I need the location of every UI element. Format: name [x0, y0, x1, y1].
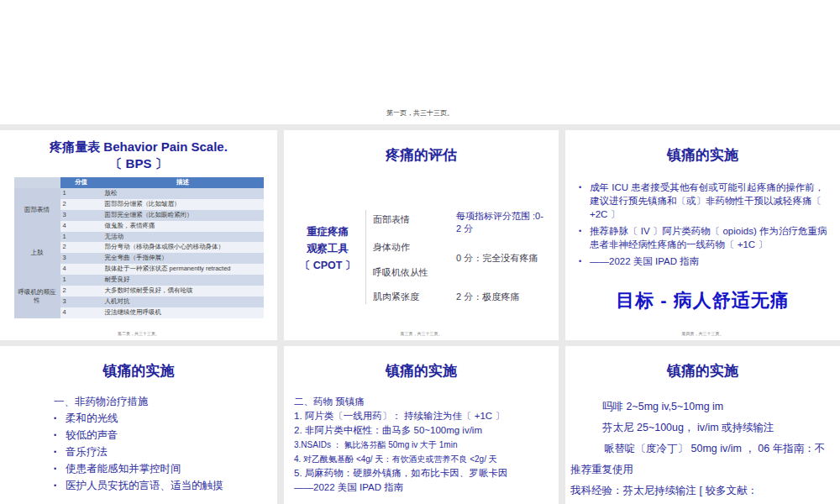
vertical-divider: [365, 210, 366, 304]
text-line: 2. 非阿片类中枢性：曲马多 50~100mg iv/im: [294, 423, 553, 438]
bullet-text: 音乐疗法: [66, 444, 264, 460]
table-score-cell: 1: [60, 232, 102, 243]
cpot-tool-line1: 重症疼痛: [291, 223, 365, 240]
table-header-row: 分值 描述: [14, 177, 264, 188]
cpot-tool-line3: 〔 CPOT 〕: [291, 257, 365, 274]
text-line: 二、药物 预镇痛: [294, 395, 553, 409]
table-score-cell: 1: [60, 275, 102, 286]
slide-thumbnail-drug-analgesia[interactable]: 镇痛的实施 二、药物 预镇痛 1. 阿片类〔一线用药〕： 持续输注为佳〔 +1C…: [284, 346, 559, 504]
text-line: 芬太尼 25~100ug， iv/im 或持续输注: [570, 417, 832, 438]
bullet-icon: •: [54, 427, 66, 444]
slide-thumbnail-opioid-dosing[interactable]: 镇痛的实施 吗啡 2~5mg iv,5~10mg im 芬太尼 25~100ug…: [565, 346, 840, 504]
bullet-item: • 较低的声音: [54, 427, 264, 444]
slide-thumbnail-title-page[interactable]: 第一页，共三十三页。: [0, 0, 840, 124]
text-line: 吗啡 2~5mg iv,5~10mg im: [570, 396, 832, 417]
slide-thumbnail-bps-scale[interactable]: 疼痛量表 Behavior Pain Scale. 〔 BPS 〕 分值 描述 …: [0, 130, 277, 340]
table-category-cell: 面部表情: [14, 188, 60, 232]
bullet-text: 成年 ICU 患者接受其他有创或可能引起疼痛的操作前，建议进行预先镇痛和〔或〕非…: [590, 181, 829, 221]
table-desc-cell: 面部部分绷紧（比如皱眉）: [102, 199, 264, 210]
section-heading: 一、非药物治疗措施: [54, 393, 264, 410]
slide-thumbnail-analgesia-guidelines[interactable]: 镇痛的实施 • 成年 ICU 患者接受其他有创或可能引起疼痛的操作前，建议进行预…: [565, 130, 840, 340]
bullet-icon: •: [54, 460, 66, 477]
bps-table: 分值 描述 面部表情 1 放松 2 面部部分绷紧（比如皱眉） 3 面部完全绷紧（…: [14, 177, 264, 318]
bullet-item: • ——2022 美国 IPAD 指南: [579, 255, 829, 268]
table-category-cell: 上肢: [14, 232, 60, 276]
text-block: 吗啡 2~5mg iv,5~10mg im 芬太尼 25~100ug， iv/i…: [570, 396, 832, 480]
text-line: ——2022 美国 IPAD 指南: [294, 480, 553, 495]
table-score-cell: 4: [60, 307, 102, 318]
cpot-diagram: 重症疼痛 观察工具 〔 CPOT 〕 面部表情 身体动作 呼吸机依从性 肌肉紧张…: [284, 210, 559, 319]
bullet-text: 推荐静脉〔 IV 〕阿片类药物〔 opioids) 作为治疗危重病患者非神经病性…: [590, 224, 829, 251]
table-score-cell: 3: [60, 297, 102, 307]
slide-title: 疼痛的评估: [284, 145, 559, 165]
cpot-indicator: 身体动作: [373, 241, 410, 254]
cpot-indicator: 呼吸机依从性: [373, 266, 428, 279]
table-desc-cell: 做鬼脸，表情疼痛: [102, 221, 264, 232]
table-score-cell: 2: [60, 199, 102, 210]
table-header-blank: [14, 177, 60, 188]
bullet-icon: •: [579, 224, 590, 251]
bullet-icon: •: [579, 181, 590, 221]
table-row: 面部表情 1 放松: [14, 188, 264, 199]
text-line: 1. 阿片类〔一线用药〕： 持续输注为佳〔 +1C 〕: [294, 409, 553, 423]
slide-title: 镇痛的实施: [0, 361, 277, 381]
table-score-cell: 2: [60, 286, 102, 297]
slide-title: 镇痛的实施: [565, 145, 840, 165]
table-desc-cell: 没法继续使用呼吸机: [102, 307, 264, 318]
table-desc-cell: 大多数时候耐受良好，偶有呛咳: [102, 286, 264, 297]
table-row: 呼吸机的顺应性 1 耐受良好: [14, 275, 264, 286]
bullet-item: • 音乐疗法: [54, 444, 264, 460]
text-line: 哌替啶〔度冷丁〕 50mg iv/im ， 06 年指南：不推荐重复使用: [570, 438, 832, 480]
slide-thumbnail-nonpharm-measures[interactable]: 镇痛的实施 一、非药物治疗措施 • 柔和的光线 • 较低的声音 • 音乐疗法 •…: [0, 346, 277, 504]
slide-title: 疼痛量表 Behavior Pain Scale. 〔 BPS 〕: [0, 139, 277, 171]
bullet-list: 一、非药物治疗措施 • 柔和的光线 • 较低的声音 • 音乐疗法 • 使患者能感…: [54, 393, 264, 494]
bullet-text: ——2022 美国 IPAD 指南: [590, 255, 829, 268]
slide-title: 镇痛的实施: [565, 361, 840, 381]
table-category-cell: 呼吸机的顺应性: [14, 275, 60, 318]
page-number-footer: 第二页，共三十三页。: [0, 331, 277, 336]
cpot-tool-line2: 观察工具: [291, 240, 365, 257]
table-desc-cell: 肢体处于一种紧张状态 permanently retracted: [102, 264, 264, 275]
bullet-icon: •: [579, 255, 590, 268]
table-row: 上肢 1 无活动: [14, 232, 264, 243]
bullet-text: 使患者能感知并掌控时间: [66, 460, 264, 477]
bullet-item: • 成年 ICU 患者接受其他有创或可能引起疼痛的操作前，建议进行预先镇痛和〔或…: [579, 181, 829, 221]
table-score-cell: 3: [60, 210, 102, 221]
cpot-scale-min: 0 分：完全没有疼痛: [456, 252, 547, 265]
text-line: 5. 局麻药物：硬膜外镇痛，如布比卡因、罗哌卡因: [294, 466, 553, 480]
table-header-desc: 描述: [102, 177, 264, 188]
page-number-footer: 第三页，共三十三页。: [284, 331, 559, 336]
table-desc-cell: 无活动: [102, 232, 264, 243]
table-score-cell: 4: [60, 264, 102, 275]
goal-statement: 目标 - 病人舒适无痛: [565, 288, 840, 313]
table-desc-cell: 人机对抗: [102, 297, 264, 307]
table-score-cell: 3: [60, 253, 102, 264]
slide-thumbnail-pain-assessment[interactable]: 疼痛的评估 重症疼痛 观察工具 〔 CPOT 〕 面部表情 身体动作 呼吸机依从…: [284, 130, 559, 340]
bullet-text: 医护人员安抚的言语、适当的触摸: [66, 477, 264, 494]
cpot-indicator: 面部表情: [373, 213, 410, 226]
bullet-icon: •: [54, 477, 66, 494]
bullet-item: • 推荐静脉〔 IV 〕阿片类药物〔 opioids) 作为治疗危重病患者非神经…: [579, 224, 829, 251]
slide-title-line1: 疼痛量表 Behavior Pain Scale.: [0, 139, 277, 155]
experience-note: 我科经验：芬太尼持续输注 [ 较多文献：: [570, 484, 836, 498]
bullet-list: • 成年 ICU 患者接受其他有创或可能引起疼痛的操作前，建议进行预先镇痛和〔或…: [579, 181, 829, 271]
slide-title: 镇痛的实施: [284, 361, 559, 381]
table-desc-cell: 部分弯动（移动身体或很小心的移动身体）: [102, 242, 264, 253]
cpot-tool-label: 重症疼痛 观察工具 〔 CPOT 〕: [291, 223, 365, 274]
text-block: 二、药物 预镇痛 1. 阿片类〔一线用药〕： 持续输注为佳〔 +1C 〕 2. …: [294, 395, 553, 495]
bullet-item: • 柔和的光线: [54, 410, 264, 427]
cpot-indicator: 肌肉紧张度: [373, 291, 419, 303]
bullet-text: 较低的声音: [66, 427, 264, 444]
bullet-icon: •: [54, 410, 66, 427]
cpot-scale-max: 2 分：极度疼痛: [456, 291, 547, 303]
page-number-footer: 第一页，共三十三页。: [0, 108, 840, 118]
text-line: 3.NSAIDs ： 氟比洛芬酯 50mg iv 大于 1min: [294, 438, 553, 452]
table-desc-cell: 放松: [102, 188, 264, 199]
table-desc-cell: 完全弯曲（手指伸展）: [102, 253, 264, 264]
table-score-cell: 1: [60, 188, 102, 199]
table-desc-cell: 面部完全绷紧（比如眼睑紧闭）: [102, 210, 264, 221]
table-desc-cell: 耐受良好: [102, 275, 264, 286]
slide-title-line2: 〔 BPS 〕: [0, 155, 277, 172]
bullet-item: • 医护人员安抚的言语、适当的触摸: [54, 477, 264, 494]
cpot-scale-note: 每项指标评分范围 :0-2 分: [456, 210, 547, 236]
